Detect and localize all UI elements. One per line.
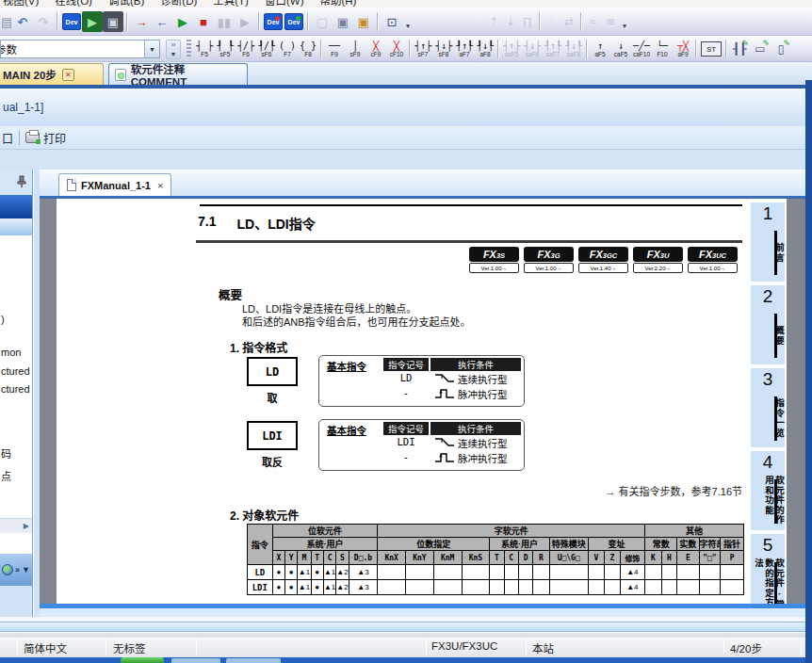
trend-graph-icon[interactable]: ≈ — [585, 11, 602, 32]
tab-main-program[interactable]: MAIN 20步 ✕ — [0, 63, 104, 85]
step-stop-icon[interactable]: ⇣ — [502, 11, 519, 32]
chapter-number: 3 — [751, 369, 785, 390]
status-separator — [426, 639, 427, 655]
ladder-af9-button[interactable]: ┬╳aF9 — [673, 38, 693, 61]
menu-item[interactable]: 在线(O) — [55, 0, 92, 8]
ladder-f6-button[interactable]: ┤/├F6 — [235, 38, 256, 61]
print-button[interactable]: 打印 — [43, 130, 66, 146]
window-jump-icon[interactable]: ▣ — [353, 11, 374, 32]
ladder-sf9-button[interactable]: │sF9 — [345, 38, 365, 61]
st-button[interactable]: ST — [701, 41, 722, 57]
chapter-tab-3[interactable]: 3指令一览 — [751, 368, 785, 447]
ladder-sf7-button[interactable]: ┤↑├sF7 — [413, 38, 433, 61]
read-from-plc-icon[interactable]: ← — [152, 11, 172, 32]
write-to-plc-icon[interactable]: → — [131, 11, 152, 32]
taskbar[interactable] — [0, 657, 812, 663]
undo-icon[interactable]: ↶ — [12, 11, 33, 32]
chevron-down-icon[interactable]: ▼ — [144, 40, 159, 57]
chapter-tab-1[interactable]: 1前言 — [751, 202, 785, 282]
exec-program-icon[interactable]: ▶ — [82, 11, 103, 32]
statement-edit-icon[interactable]: ▯✎ — [771, 39, 791, 59]
menu-item[interactable]: 帮助(H) — [319, 0, 356, 8]
ladder-caf5-button[interactable]: ↓caF5 — [610, 38, 631, 61]
ladder-f5-button[interactable]: ┤ ├F5 — [194, 38, 215, 61]
ladder-sf8-button[interactable]: ┤↓├sF8 — [433, 38, 454, 61]
watch-icon[interactable]: ◌ — [544, 11, 560, 32]
taskbar-green-button[interactable] — [121, 657, 164, 663]
monitor-mode-icon[interactable]: ▣ — [103, 11, 123, 32]
ladder-saf5-button[interactable]: ┤↑├saF5 — [501, 38, 522, 61]
ladder-sf6-button[interactable]: ┦/┞sF6 — [256, 38, 277, 61]
redo-icon[interactable]: ↷ — [33, 11, 54, 32]
ladder-cf10-button[interactable]: ╳cF10 — [386, 38, 407, 61]
mnemonic-box: LD — [247, 357, 298, 386]
ladder-caf10-button[interactable]: ─╱─caF10 — [631, 38, 652, 61]
monitor-stop-icon[interactable]: ■ — [193, 11, 214, 32]
monitor-resume-icon[interactable]: ▶ — [235, 11, 255, 32]
ladder-sf5-button[interactable]: ┦ ┞sF5 — [215, 38, 235, 61]
chapter-tab-bar — [774, 479, 777, 524]
window-cascade-icon[interactable]: ▢ — [312, 11, 333, 32]
close-icon[interactable]: × — [157, 180, 163, 191]
pdf-viewer[interactable]: 7.1 LD、LDI指令 FX3SVer.1.00→FX3GVer.1.00→F… — [40, 199, 805, 617]
pc-monitor-icon[interactable]: ⊡ — [382, 11, 402, 32]
badge-version: Ver.1.00→ — [524, 263, 574, 273]
badge-version: Ver.1.40→ — [578, 263, 628, 273]
ladder-saf8-button[interactable]: ┦↓┞saF8 — [563, 38, 584, 61]
chevron-down-icon[interactable]: ▼ — [22, 565, 30, 574]
comment-edit-icon[interactable]: ▭✎ — [750, 39, 771, 59]
tab-label: 软元件注释 COMMENT — [131, 61, 241, 88]
sampling-trace-icon[interactable]: ≋ — [602, 11, 619, 32]
taskbar-item[interactable] — [171, 658, 220, 663]
ladder-cf9-button[interactable]: ╳cF9 — [365, 38, 386, 61]
ladder-af8-button[interactable]: ┦↓┞aF8 — [475, 38, 495, 61]
view-globe-icon[interactable] — [2, 564, 13, 575]
menu-item[interactable]: 诊断(D) — [160, 0, 197, 8]
ladder-saf7-button[interactable]: ┦↑┞saF7 — [543, 38, 563, 61]
ladder-f10-button[interactable]: └─F10 — [652, 38, 673, 61]
ladder-f9-button[interactable]: ──F9 — [324, 38, 345, 61]
window-switch-icon[interactable]: ▣ — [333, 11, 353, 32]
device-register-icon[interactable]: Dev — [284, 13, 303, 30]
chapter-tab-2[interactable]: 2概要 — [751, 285, 785, 364]
taskbar-item[interactable] — [226, 658, 281, 663]
toolbar-separator — [586, 40, 588, 58]
status-bar: 简体中文无标签FX3U/FX3UC本站4/20步 — [0, 638, 812, 657]
step-reference-link[interactable]: → 有关指令步数，参考7.16节 — [606, 483, 742, 498]
toolbar-overflow-button[interactable]: ▾ — [402, 11, 414, 32]
device-display-icon[interactable]: Dev — [264, 13, 283, 30]
toolbar-separator — [497, 40, 499, 58]
chapter-tab-5[interactable]: 5软元件·常数的指定方法 — [751, 534, 785, 604]
tab-fxmanual[interactable]: FXManual_1-1 × — [58, 173, 171, 196]
toolbar-overflow-button[interactable]: ››▼ — [166, 40, 181, 59]
ladder-saf6-button[interactable]: ┤↓├saF6 — [522, 38, 543, 61]
paste-icon[interactable]: ▤ — [2, 11, 12, 32]
monitor-start-icon[interactable]: ▶ — [172, 11, 193, 32]
toolbar-standard: ▤↶↷Dev▶▣→←▶■▮▮▶DevDev▢▣▣⊡▾ ⇡⇣∏◌⇄≈≋▾ — [0, 8, 812, 36]
monitor-pause-icon[interactable]: ▮▮ — [214, 11, 235, 32]
menu-item[interactable]: 工具(T) — [213, 0, 249, 8]
ladder-af5-button[interactable]: ↑aF5 — [590, 38, 610, 61]
ladder-edit-icon[interactable]: ┨┠✎ — [729, 39, 750, 59]
transfer-setup-icon[interactable]: ⇄ — [560, 11, 577, 32]
menu-item[interactable]: 窗口(W) — [265, 0, 304, 8]
pulse-exec-icon[interactable]: ∏ — [519, 11, 536, 32]
toolbar-overflow-button[interactable]: ▾ — [619, 11, 630, 32]
menu-item[interactable]: 视图(V) — [3, 0, 39, 8]
ladder-af7-button[interactable]: ┦↑┞aF7 — [454, 38, 475, 61]
sidebar-scroll-right-button[interactable]: ▶ — [0, 518, 33, 533]
tab-device-comment[interactable]: 软元件注释 COMMENT — [108, 63, 248, 85]
device-comment-icon[interactable]: Dev — [62, 13, 81, 30]
toolbar-grip[interactable] — [187, 40, 191, 58]
step-run-icon[interactable]: ⇡ — [485, 11, 502, 32]
chevron-more-icon[interactable]: » — [15, 565, 20, 574]
close-icon[interactable]: ✕ — [62, 69, 74, 81]
ladder-f7-button[interactable]: ( )F7 — [277, 38, 298, 61]
ladder-f8-button[interactable]: { }F8 — [298, 38, 318, 61]
horizontal-scrollbar[interactable] — [0, 622, 812, 632]
pin-icon[interactable] — [16, 175, 27, 188]
project-header-bar[interactable] — [0, 195, 33, 218]
program-selector-combobox[interactable]: 参数 ▼ — [0, 40, 160, 58]
chapter-tab-4[interactable]: 4软元件的作用和功能 — [751, 451, 785, 530]
menu-item[interactable]: 调试(B) — [108, 0, 144, 8]
